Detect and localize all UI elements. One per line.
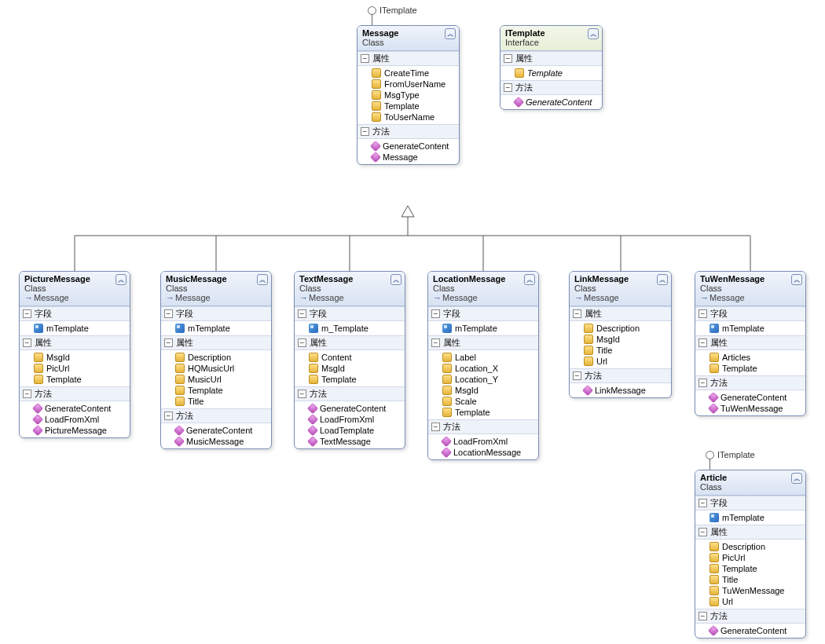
class-box-link[interactable]: LinkMessage Class →Message ︽ −属性 Descrip… xyxy=(569,271,672,398)
field-item[interactable]: mTemplate xyxy=(697,512,804,523)
minus-icon[interactable]: − xyxy=(298,309,306,318)
class-box-picture[interactable]: PictureMessage Class →Message ︽ −字段 mTem… xyxy=(19,271,130,438)
class-box-message[interactable]: Message Class ︽ −属性 CreateTime FromUserN… xyxy=(357,25,460,165)
section-properties[interactable]: −属性 xyxy=(20,335,130,350)
property-item[interactable]: MsgType xyxy=(359,90,457,101)
section-fields[interactable]: −字段 xyxy=(695,306,805,321)
property-item[interactable]: Description xyxy=(163,352,270,363)
minus-icon[interactable]: − xyxy=(23,338,31,347)
chevron-up-icon[interactable]: ︽ xyxy=(791,473,802,484)
field-item[interactable]: mTemplate xyxy=(21,323,128,334)
minus-icon[interactable]: − xyxy=(698,379,707,387)
section-methods[interactable]: −方法 xyxy=(161,408,271,423)
section-properties[interactable]: −属性 xyxy=(161,335,271,350)
method-item[interactable]: LoadTemplate xyxy=(296,425,403,436)
property-item[interactable]: Template xyxy=(697,563,804,574)
property-item[interactable]: ToUserName xyxy=(359,112,457,123)
section-methods[interactable]: −方法 xyxy=(20,386,130,401)
section-fields[interactable]: −字段 xyxy=(295,306,405,321)
property-item[interactable]: Location_Y xyxy=(430,374,537,385)
section-methods[interactable]: −方法 xyxy=(570,368,671,383)
minus-icon[interactable]: − xyxy=(23,309,31,318)
minus-icon[interactable]: − xyxy=(698,612,707,620)
minus-icon[interactable]: − xyxy=(164,309,173,318)
property-item[interactable]: Title xyxy=(697,574,804,585)
property-item[interactable]: Scale xyxy=(430,396,537,407)
minus-icon[interactable]: − xyxy=(504,54,512,63)
minus-icon[interactable]: − xyxy=(23,390,31,398)
field-item[interactable]: mTemplate xyxy=(163,323,270,334)
property-item[interactable]: Location_X xyxy=(430,363,537,374)
property-item[interactable]: Template xyxy=(359,101,457,112)
method-item[interactable]: GenerateContent xyxy=(502,97,600,108)
minus-icon[interactable]: − xyxy=(573,309,581,318)
interface-box-itemplate[interactable]: ITemplate Interface ︽ −属性 Template −方法 G… xyxy=(500,25,603,110)
method-item[interactable]: PictureMessage xyxy=(21,425,128,436)
section-properties[interactable]: −属性 xyxy=(695,525,805,540)
minus-icon[interactable]: − xyxy=(698,528,707,536)
method-item[interactable]: MusicMessage xyxy=(163,436,270,447)
method-item[interactable]: GenerateContent xyxy=(359,141,457,152)
minus-icon[interactable]: − xyxy=(164,412,173,420)
section-fields[interactable]: −字段 xyxy=(161,306,271,321)
chevron-up-icon[interactable]: ︽ xyxy=(588,28,599,39)
method-item[interactable]: LoadFromXml xyxy=(296,414,403,425)
property-item[interactable]: FromUserName xyxy=(359,79,457,90)
minus-icon[interactable]: − xyxy=(698,499,707,507)
property-item[interactable]: Template xyxy=(296,374,403,385)
class-box-tuwen[interactable]: TuWenMessage Class →Message ︽ −字段 mTempl… xyxy=(695,271,806,416)
method-item[interactable]: LocationMessage xyxy=(430,447,537,458)
field-item[interactable]: mTemplate xyxy=(697,323,804,334)
property-item[interactable]: CreateTime xyxy=(359,68,457,79)
property-item[interactable]: Content xyxy=(296,352,403,363)
minus-icon[interactable]: − xyxy=(164,338,173,347)
property-item[interactable]: MsgId xyxy=(571,334,669,345)
property-item[interactable]: PicUrl xyxy=(21,363,128,374)
property-item[interactable]: Label xyxy=(430,352,537,363)
method-item[interactable]: LinkMessage xyxy=(571,385,669,396)
section-properties[interactable]: −属性 xyxy=(295,335,405,350)
section-properties[interactable]: −属性 xyxy=(358,51,459,66)
minus-icon[interactable]: − xyxy=(298,390,306,398)
method-item[interactable]: GenerateContent xyxy=(697,392,804,403)
method-item[interactable]: Message xyxy=(359,152,457,163)
method-item[interactable]: GenerateContent xyxy=(21,403,128,414)
property-item[interactable]: HQMusicUrl xyxy=(163,363,270,374)
minus-icon[interactable]: − xyxy=(698,338,707,347)
method-item[interactable]: GenerateContent xyxy=(163,425,270,436)
method-item[interactable]: LoadFromXml xyxy=(21,414,128,425)
property-item[interactable]: MsgId xyxy=(430,385,537,396)
section-methods[interactable]: −方法 xyxy=(428,419,538,434)
section-methods[interactable]: −方法 xyxy=(695,609,805,624)
chevron-up-icon[interactable]: ︽ xyxy=(445,28,456,39)
section-methods[interactable]: −方法 xyxy=(695,375,805,390)
minus-icon[interactable]: − xyxy=(431,338,440,347)
section-fields[interactable]: −字段 xyxy=(428,306,538,321)
chevron-up-icon[interactable]: ︽ xyxy=(524,274,535,285)
section-properties[interactable]: −属性 xyxy=(500,51,602,66)
method-item[interactable]: LoadFromXml xyxy=(430,436,537,447)
minus-icon[interactable]: − xyxy=(573,371,581,380)
minus-icon[interactable]: − xyxy=(504,83,512,92)
property-item[interactable]: Description xyxy=(571,323,669,334)
method-item[interactable]: TextMessage xyxy=(296,436,403,447)
minus-icon[interactable]: − xyxy=(698,309,707,318)
chevron-up-icon[interactable]: ︽ xyxy=(657,274,668,285)
chevron-up-icon[interactable]: ︽ xyxy=(116,274,126,285)
property-item[interactable]: TuWenMessage xyxy=(697,585,804,596)
property-item[interactable]: MusicUrl xyxy=(163,374,270,385)
section-properties[interactable]: −属性 xyxy=(695,335,805,350)
minus-icon[interactable]: − xyxy=(431,309,440,318)
minus-icon[interactable]: − xyxy=(431,423,440,431)
class-box-location[interactable]: LocationMessage Class →Message ︽ −字段 mTe… xyxy=(427,271,539,460)
section-properties[interactable]: −属性 xyxy=(428,335,538,350)
section-fields[interactable]: −字段 xyxy=(20,306,130,321)
section-fields[interactable]: −字段 xyxy=(695,496,805,510)
property-item[interactable]: Template xyxy=(430,407,537,418)
property-item[interactable]: PicUrl xyxy=(697,552,804,563)
chevron-up-icon[interactable]: ︽ xyxy=(791,274,802,285)
property-item[interactable]: MsgId xyxy=(296,363,403,374)
field-item[interactable]: m_Template xyxy=(296,323,403,334)
field-item[interactable]: mTemplate xyxy=(430,323,537,334)
property-item[interactable]: Template xyxy=(163,385,270,396)
